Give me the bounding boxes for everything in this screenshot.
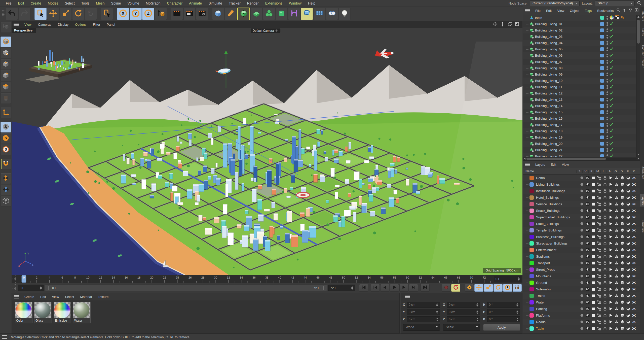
layer-color-swatch[interactable] — [529, 313, 534, 318]
layer-generators-toggle[interactable] — [614, 326, 619, 330]
layer-generators-toggle[interactable] — [614, 235, 619, 239]
layer-solo-toggle[interactable] — [579, 241, 585, 245]
key-rotation-button[interactable] — [494, 284, 503, 292]
layer-xref-toggle[interactable]: Ж — [631, 261, 637, 265]
ruler-frame-spinner[interactable]: 0 F — [494, 276, 521, 282]
orbit-icon[interactable] — [507, 22, 512, 27]
layer-name[interactable]: Parking — [536, 307, 579, 311]
recent-tool-button[interactable]: P — [85, 8, 97, 20]
layer-deformers-toggle[interactable] — [619, 254, 625, 258]
layer-color-swatch[interactable] — [529, 307, 534, 311]
material-glass[interactable]: Glass — [34, 302, 52, 323]
layer-row-platforms[interactable]: PlatformsЖ — [523, 312, 640, 319]
layer-name[interactable]: Service_Buildings — [536, 202, 579, 206]
render-check-icon[interactable] — [610, 66, 613, 70]
viewport-menu-cameras[interactable]: Cameras — [35, 23, 55, 26]
quantize-settings-button[interactable] — [1, 185, 11, 195]
object-row-building-living-22[interactable]: Building_Living_22 — [523, 153, 640, 157]
object-row-building-living-05[interactable]: Building_Living_05 — [523, 46, 640, 52]
snap-settings-button[interactable]: S — [1, 145, 11, 155]
visibility-dots[interactable] — [606, 60, 609, 64]
play-button[interactable] — [390, 284, 399, 292]
visibility-dots[interactable] — [606, 16, 609, 20]
layer-render-toggle[interactable] — [590, 267, 596, 271]
layer-visibility-toggle[interactable] — [585, 195, 590, 199]
visibility-dots[interactable] — [606, 110, 609, 114]
layer-row-demo[interactable]: DemoЖ — [523, 175, 640, 181]
layer-lock-toggle[interactable] — [602, 313, 608, 317]
layer-solo-toggle[interactable] — [579, 274, 585, 278]
coord-input-scale-x[interactable]: 0 cm — [447, 302, 480, 308]
status-menu-icon[interactable] — [2, 335, 7, 339]
layer-generators-toggle[interactable] — [614, 281, 619, 285]
layer-name[interactable]: Platforms — [536, 314, 579, 317]
cloner-button[interactable] — [263, 8, 275, 20]
layer-manager-toggle[interactable] — [596, 222, 602, 226]
search-icon[interactable] — [637, 1, 641, 6]
layer-animation-toggle[interactable] — [608, 215, 614, 219]
add-icon[interactable] — [634, 8, 639, 13]
layer-name[interactable]: Table — [536, 327, 579, 330]
visibility-dots[interactable] — [606, 135, 609, 139]
layer-xref-toggle[interactable]: Ж — [631, 326, 637, 330]
menu-file[interactable]: File — [3, 0, 15, 7]
layer-deformers-toggle[interactable] — [619, 281, 625, 285]
layer-xref-toggle[interactable]: Ж — [631, 202, 637, 206]
extrude-button[interactable] — [250, 8, 262, 20]
layer-xref-toggle[interactable]: Ж — [631, 215, 637, 219]
layer-deformers-toggle[interactable] — [619, 195, 625, 199]
object-color-chip[interactable] — [600, 135, 604, 139]
layer-row-table[interactable]: TableЖ — [523, 325, 640, 332]
coordinate-system-button[interactable] — [155, 8, 167, 20]
layer-name[interactable]: Transport — [536, 261, 579, 265]
layer-solo-toggle[interactable] — [579, 267, 585, 271]
layer-xref-toggle[interactable]: Ж — [631, 307, 637, 311]
layer-expressions-toggle[interactable] — [625, 261, 631, 265]
side-tab-content-browser[interactable]: Content Browser — [640, 43, 644, 69]
side-tab-layers[interactable]: Layers — [640, 194, 644, 207]
layer-name[interactable]: Mountains — [536, 274, 579, 278]
menu-tracker[interactable]: Tracker — [225, 0, 244, 7]
layer-visibility-toggle[interactable] — [585, 176, 590, 180]
layer-name[interactable]: Trains — [536, 294, 579, 298]
object-color-chip[interactable] — [600, 117, 604, 120]
object-color-chip[interactable] — [600, 110, 604, 114]
layer-row-business-buildings[interactable]: Business_BuildingsЖ — [523, 233, 640, 240]
layer-lock-toggle[interactable] — [602, 274, 608, 278]
layer-expressions-toggle[interactable] — [625, 307, 631, 311]
layer-render-toggle[interactable] — [590, 248, 596, 252]
layer-manager-toggle[interactable] — [596, 228, 602, 232]
render-check-icon[interactable] — [610, 47, 613, 51]
layer-render-toggle[interactable] — [590, 228, 596, 232]
layer-expressions-toggle[interactable] — [625, 189, 631, 193]
layer-xref-toggle[interactable]: Ж — [631, 294, 637, 298]
point-mode-button[interactable] — [1, 59, 11, 70]
layer-manager-toggle[interactable] — [596, 176, 602, 180]
menu-render[interactable]: Render — [244, 0, 262, 7]
layer-animation-toggle[interactable] — [608, 202, 614, 206]
menu-mograph[interactable]: MoGraph — [142, 0, 164, 7]
keyframe-dot-button[interactable] — [442, 284, 451, 292]
layer-row-transport[interactable]: TransportЖ — [523, 260, 640, 266]
layer-manager-toggle[interactable] — [596, 248, 602, 252]
layer-xref-toggle[interactable]: Ж — [631, 300, 637, 304]
layer-visibility-toggle[interactable] — [585, 235, 590, 239]
layer-generators-toggle[interactable] — [614, 195, 619, 199]
scene-3d-city[interactable] — [12, 28, 522, 275]
layer-animation-toggle[interactable] — [608, 274, 614, 278]
prev-frame-button[interactable] — [380, 284, 389, 292]
coord-input-rotation-b[interactable]: 0 ° — [487, 316, 520, 322]
visibility-dots[interactable] — [606, 148, 609, 152]
visibility-dots[interactable] — [606, 47, 609, 51]
object-name[interactable]: Building_Living_21 — [535, 148, 600, 152]
layer-solo-toggle[interactable] — [579, 209, 585, 213]
visibility-dots[interactable] — [606, 28, 609, 32]
menu-extensions[interactable]: Extensions — [262, 0, 286, 7]
render-check-icon[interactable] — [610, 28, 613, 32]
layer-render-toggle[interactable] — [590, 261, 596, 265]
object-name[interactable]: Building_Living_09 — [535, 73, 600, 76]
layers-menu-view[interactable]: View — [559, 163, 572, 166]
layer-xref-toggle[interactable]: Ж — [631, 254, 637, 258]
layer-render-toggle[interactable] — [590, 320, 596, 324]
visibility-dots[interactable] — [606, 117, 609, 120]
